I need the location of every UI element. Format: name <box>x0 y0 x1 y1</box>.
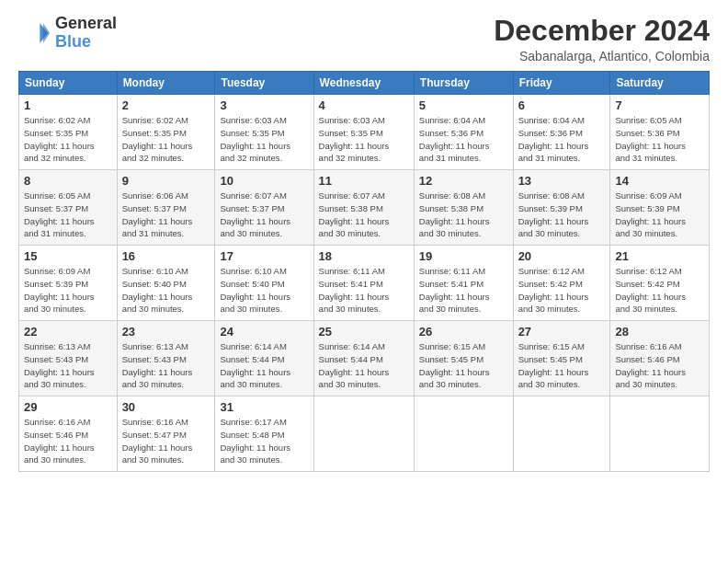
logo-icon <box>18 17 51 50</box>
day-number: 19 <box>419 249 508 263</box>
day-number: 20 <box>518 249 606 263</box>
day-info: Sunrise: 6:12 AM Sunset: 5:42 PM Dayligh… <box>518 265 606 316</box>
day-info: Sunrise: 6:16 AM Sunset: 5:46 PM Dayligh… <box>615 340 704 391</box>
page: General Blue December 2024 Sabanalarga, … <box>0 0 728 563</box>
day-info: Sunrise: 6:09 AM Sunset: 5:39 PM Dayligh… <box>615 190 704 240</box>
day-info: Sunrise: 6:16 AM Sunset: 5:46 PM Dayligh… <box>24 416 112 466</box>
day-info: Sunrise: 6:09 AM Sunset: 5:39 PM Dayligh… <box>24 265 112 316</box>
day-number: 25 <box>319 325 409 339</box>
title-block: December 2024 Sabanalarga, Atlantico, Co… <box>494 15 710 63</box>
day-info: Sunrise: 6:16 AM Sunset: 5:47 PM Dayligh… <box>122 416 210 466</box>
table-row: 15Sunrise: 6:09 AM Sunset: 5:39 PM Dayli… <box>19 246 118 321</box>
table-row: 13Sunrise: 6:08 AM Sunset: 5:39 PM Dayli… <box>513 170 610 246</box>
table-row: 6Sunrise: 6:04 AM Sunset: 5:36 PM Daylig… <box>513 95 610 170</box>
table-row: 14Sunrise: 6:09 AM Sunset: 5:39 PM Dayli… <box>610 170 710 246</box>
day-number: 29 <box>24 400 112 414</box>
table-row: 25Sunrise: 6:14 AM Sunset: 5:44 PM Dayli… <box>313 321 414 396</box>
day-info: Sunrise: 6:17 AM Sunset: 5:48 PM Dayligh… <box>220 416 308 466</box>
day-number: 14 <box>615 174 704 188</box>
table-row: 20Sunrise: 6:12 AM Sunset: 5:42 PM Dayli… <box>513 246 610 321</box>
day-number: 3 <box>220 98 308 112</box>
day-number: 11 <box>319 174 409 188</box>
day-number: 16 <box>122 249 210 263</box>
table-row: 12Sunrise: 6:08 AM Sunset: 5:38 PM Dayli… <box>414 170 513 246</box>
day-number: 24 <box>220 325 308 339</box>
table-row: 16Sunrise: 6:10 AM Sunset: 5:40 PM Dayli… <box>117 246 215 321</box>
svg-marker-1 <box>43 23 50 43</box>
day-number: 18 <box>319 249 409 263</box>
day-info: Sunrise: 6:08 AM Sunset: 5:39 PM Dayligh… <box>518 190 606 240</box>
table-row: 7Sunrise: 6:05 AM Sunset: 5:36 PM Daylig… <box>610 95 710 170</box>
day-number: 17 <box>220 249 308 263</box>
table-row: 27Sunrise: 6:15 AM Sunset: 5:45 PM Dayli… <box>513 321 610 396</box>
day-number: 26 <box>419 325 508 339</box>
table-row: 19Sunrise: 6:11 AM Sunset: 5:41 PM Dayli… <box>414 246 513 321</box>
table-row: 29Sunrise: 6:16 AM Sunset: 5:46 PM Dayli… <box>19 396 118 472</box>
table-row: 22Sunrise: 6:13 AM Sunset: 5:43 PM Dayli… <box>19 321 118 396</box>
col-tuesday: Tuesday <box>215 72 313 95</box>
month-title: December 2024 <box>494 15 710 47</box>
table-row: 26Sunrise: 6:15 AM Sunset: 5:45 PM Dayli… <box>414 321 513 396</box>
table-row: 31Sunrise: 6:17 AM Sunset: 5:48 PM Dayli… <box>215 396 313 472</box>
day-info: Sunrise: 6:14 AM Sunset: 5:44 PM Dayligh… <box>319 340 409 391</box>
day-number: 2 <box>122 98 210 112</box>
day-number: 13 <box>518 174 606 188</box>
subtitle: Sabanalarga, Atlantico, Colombia <box>494 49 710 63</box>
day-info: Sunrise: 6:05 AM Sunset: 5:36 PM Dayligh… <box>615 114 704 165</box>
table-row: 1Sunrise: 6:02 AM Sunset: 5:35 PM Daylig… <box>19 95 118 170</box>
day-info: Sunrise: 6:04 AM Sunset: 5:36 PM Dayligh… <box>518 114 606 165</box>
calendar-week-row: 8Sunrise: 6:05 AM Sunset: 5:37 PM Daylig… <box>19 170 710 246</box>
table-row: 21Sunrise: 6:12 AM Sunset: 5:42 PM Dayli… <box>610 246 710 321</box>
table-row: 4Sunrise: 6:03 AM Sunset: 5:35 PM Daylig… <box>313 95 414 170</box>
calendar-week-row: 1Sunrise: 6:02 AM Sunset: 5:35 PM Daylig… <box>19 95 710 170</box>
day-number: 23 <box>122 325 210 339</box>
table-row <box>414 396 513 472</box>
day-info: Sunrise: 6:04 AM Sunset: 5:36 PM Dayligh… <box>419 114 508 165</box>
table-row: 30Sunrise: 6:16 AM Sunset: 5:47 PM Dayli… <box>117 396 215 472</box>
table-row: 10Sunrise: 6:07 AM Sunset: 5:37 PM Dayli… <box>215 170 313 246</box>
col-thursday: Thursday <box>414 72 513 95</box>
day-info: Sunrise: 6:13 AM Sunset: 5:43 PM Dayligh… <box>122 340 210 391</box>
day-info: Sunrise: 6:15 AM Sunset: 5:45 PM Dayligh… <box>518 340 606 391</box>
logo-text: General Blue <box>55 15 117 52</box>
col-sunday: Sunday <box>19 72 118 95</box>
day-info: Sunrise: 6:07 AM Sunset: 5:37 PM Dayligh… <box>220 190 308 240</box>
table-row: 9Sunrise: 6:06 AM Sunset: 5:37 PM Daylig… <box>117 170 215 246</box>
table-row: 8Sunrise: 6:05 AM Sunset: 5:37 PM Daylig… <box>19 170 118 246</box>
table-row <box>610 396 710 472</box>
calendar-week-row: 29Sunrise: 6:16 AM Sunset: 5:46 PM Dayli… <box>19 396 710 472</box>
col-friday: Friday <box>513 72 610 95</box>
day-info: Sunrise: 6:06 AM Sunset: 5:37 PM Dayligh… <box>122 190 210 240</box>
table-row: 24Sunrise: 6:14 AM Sunset: 5:44 PM Dayli… <box>215 321 313 396</box>
day-info: Sunrise: 6:12 AM Sunset: 5:42 PM Dayligh… <box>615 265 704 316</box>
day-info: Sunrise: 6:08 AM Sunset: 5:38 PM Dayligh… <box>419 190 508 240</box>
day-info: Sunrise: 6:11 AM Sunset: 5:41 PM Dayligh… <box>419 265 508 316</box>
table-row: 18Sunrise: 6:11 AM Sunset: 5:41 PM Dayli… <box>313 246 414 321</box>
day-info: Sunrise: 6:15 AM Sunset: 5:45 PM Dayligh… <box>419 340 508 391</box>
table-row <box>313 396 414 472</box>
calendar-week-row: 15Sunrise: 6:09 AM Sunset: 5:39 PM Dayli… <box>19 246 710 321</box>
day-info: Sunrise: 6:14 AM Sunset: 5:44 PM Dayligh… <box>220 340 308 391</box>
day-info: Sunrise: 6:03 AM Sunset: 5:35 PM Dayligh… <box>319 114 409 165</box>
table-row: 5Sunrise: 6:04 AM Sunset: 5:36 PM Daylig… <box>414 95 513 170</box>
table-row: 3Sunrise: 6:03 AM Sunset: 5:35 PM Daylig… <box>215 95 313 170</box>
day-number: 9 <box>122 174 210 188</box>
day-number: 10 <box>220 174 308 188</box>
day-number: 31 <box>220 400 308 414</box>
day-number: 6 <box>518 98 606 112</box>
day-info: Sunrise: 6:10 AM Sunset: 5:40 PM Dayligh… <box>122 265 210 316</box>
calendar-header-row: Sunday Monday Tuesday Wednesday Thursday… <box>19 72 710 95</box>
day-info: Sunrise: 6:02 AM Sunset: 5:35 PM Dayligh… <box>122 114 210 165</box>
day-number: 12 <box>419 174 508 188</box>
day-number: 30 <box>122 400 210 414</box>
day-number: 22 <box>24 325 112 339</box>
day-info: Sunrise: 6:03 AM Sunset: 5:35 PM Dayligh… <box>220 114 308 165</box>
day-number: 4 <box>319 98 409 112</box>
table-row: 17Sunrise: 6:10 AM Sunset: 5:40 PM Dayli… <box>215 246 313 321</box>
table-row: 11Sunrise: 6:07 AM Sunset: 5:38 PM Dayli… <box>313 170 414 246</box>
col-wednesday: Wednesday <box>313 72 414 95</box>
day-info: Sunrise: 6:13 AM Sunset: 5:43 PM Dayligh… <box>24 340 112 391</box>
day-number: 21 <box>615 249 704 263</box>
table-row: 28Sunrise: 6:16 AM Sunset: 5:46 PM Dayli… <box>610 321 710 396</box>
table-row <box>513 396 610 472</box>
